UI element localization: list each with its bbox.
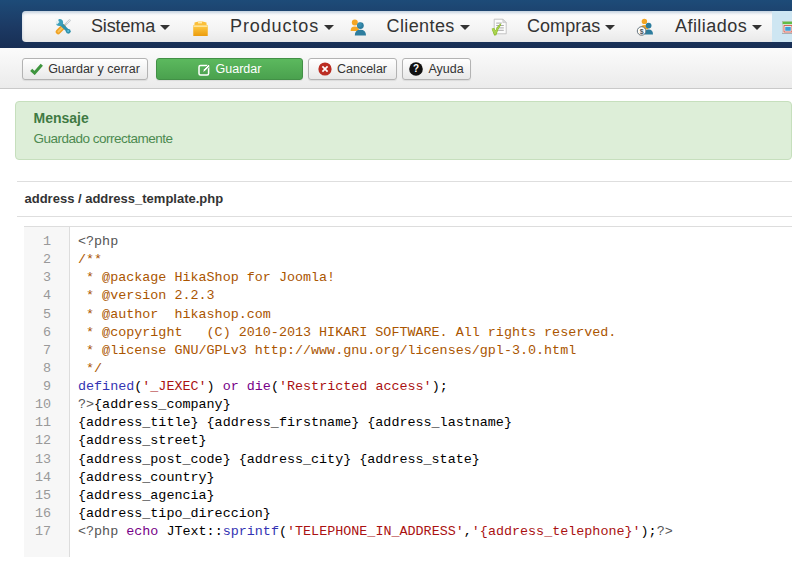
svg-text:$: $ [640,27,644,35]
svg-text:?: ? [413,63,419,74]
